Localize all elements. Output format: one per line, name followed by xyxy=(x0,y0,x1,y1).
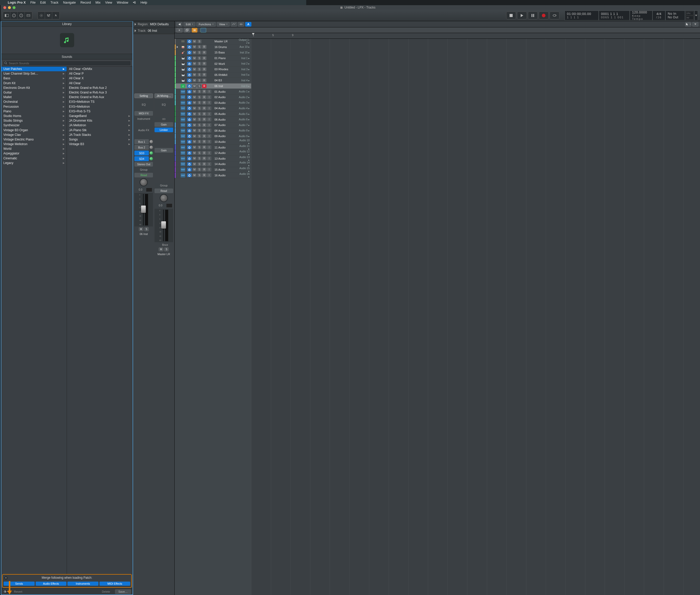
mute-button[interactable]: M xyxy=(192,51,197,55)
library-category[interactable]: Piano▶ xyxy=(1,109,67,114)
mute-button[interactable]: M xyxy=(192,106,197,110)
library-item[interactable]: JA Track Stacks▶ xyxy=(67,133,132,137)
power-button[interactable] xyxy=(187,95,192,99)
mute-button[interactable]: M xyxy=(192,134,197,138)
pan-value[interactable]: 0.0 xyxy=(156,203,166,208)
library-category[interactable]: Drum Kit▶ xyxy=(1,81,67,85)
output-slot[interactable]: Stereo Out xyxy=(134,162,153,167)
record-enable-button[interactable]: R xyxy=(202,62,207,65)
input-monitor-button[interactable]: I xyxy=(207,101,211,105)
record-enable-button[interactable]: R xyxy=(202,134,207,138)
library-category[interactable]: Cinematic▶ xyxy=(1,156,67,161)
track-header[interactable]: MSRI14 AudioAudio 14 ▸ xyxy=(175,162,251,167)
library-category[interactable]: Orchestral▶ xyxy=(1,100,67,104)
solo-button[interactable]: S xyxy=(197,162,201,166)
track-header[interactable]: MSRI07 AudioAudio 7 ▸ xyxy=(175,122,251,128)
record-enable-button[interactable]: R xyxy=(202,95,207,99)
catch-playhead-button[interactable] xyxy=(245,22,251,27)
input-monitor-button[interactable]: I xyxy=(207,106,211,110)
input-monitor-button[interactable]: I xyxy=(207,95,211,99)
input-monitor-button[interactable]: I xyxy=(207,134,211,138)
library-item[interactable]: Electric Grand w Rvb Aux 2 xyxy=(67,85,132,90)
power-button[interactable] xyxy=(187,151,192,155)
mute-button[interactable]: M xyxy=(192,101,197,105)
track-header[interactable]: 🎹MSR03 RhodesInst 3 ▸ xyxy=(175,67,251,72)
record-enable-button[interactable]: R xyxy=(202,168,207,171)
power-button[interactable] xyxy=(187,84,192,88)
input-monitor-button[interactable]: I xyxy=(207,112,211,116)
solo-button[interactable]: S xyxy=(197,90,201,93)
library-category[interactable]: Mallet▶ xyxy=(1,95,67,100)
menu-track[interactable]: Track xyxy=(50,1,58,4)
track-header[interactable]: MSRI02 AudioAudio 2 ▸ xyxy=(175,94,251,100)
send-bus2[interactable]: Bus 2 xyxy=(134,145,153,150)
record-enable-button[interactable]: R xyxy=(202,157,207,160)
track-header[interactable]: MSRI09 AudioAudio 9 ▸ xyxy=(175,134,251,139)
editors-button[interactable] xyxy=(52,12,59,19)
menu-window[interactable]: Window xyxy=(117,1,128,4)
track-header[interactable]: MSRI15 AudioAudio 15 ▸ xyxy=(175,167,251,173)
library-item[interactable]: JA Piano Stk▶ xyxy=(67,128,132,132)
pan-knob[interactable] xyxy=(139,178,148,187)
library-category[interactable]: Vintage Electric Piano▶ xyxy=(1,137,67,142)
power-button[interactable] xyxy=(187,67,192,71)
solo-button[interactable]: S xyxy=(197,157,201,160)
solo-button[interactable]: S xyxy=(164,247,169,251)
menu-dot6[interactable]: •6 xyxy=(133,1,136,4)
track-header[interactable]: Track:06 Inst xyxy=(133,28,174,34)
library-toggle-button[interactable] xyxy=(3,12,10,19)
library-category[interactable]: Vintage Mellotron▶ xyxy=(1,142,67,146)
record-enable-button[interactable]: R xyxy=(202,73,207,77)
power-button[interactable] xyxy=(187,39,192,44)
power-button[interactable] xyxy=(187,162,192,166)
menu-help[interactable]: Help xyxy=(140,1,147,4)
flex-button[interactable] xyxy=(238,22,244,27)
smart-controls-button[interactable] xyxy=(38,12,45,19)
arrange-grid[interactable] xyxy=(251,39,306,260)
mute-button[interactable]: M xyxy=(192,145,197,149)
bounce-button[interactable]: Bnce xyxy=(157,243,173,247)
mute-button[interactable]: M xyxy=(192,162,197,166)
strip-name[interactable]: Master LR xyxy=(158,252,170,256)
solo-button[interactable]: S xyxy=(197,173,201,177)
library-category[interactable]: Studio Horns▶ xyxy=(1,114,67,118)
track-header[interactable]: MSRI10 AudioAudio 10 ▸ xyxy=(175,139,251,145)
record-enable-button[interactable]: R xyxy=(202,162,207,166)
mute-button[interactable]: M xyxy=(192,112,197,116)
power-button[interactable] xyxy=(187,168,192,171)
library-category[interactable]: Electronic Drum Kit▶ xyxy=(1,85,67,90)
library-category[interactable]: Guitar▶ xyxy=(1,90,67,95)
power-button[interactable] xyxy=(187,56,192,60)
mixer-button[interactable] xyxy=(45,12,52,19)
solo-button[interactable]: S xyxy=(197,134,201,138)
midifx-slot[interactable]: MIDI FX xyxy=(134,111,153,116)
region-header[interactable]: Region:MIDI Defaults xyxy=(133,21,174,28)
mute-button[interactable]: M xyxy=(192,123,197,127)
input-monitor-button[interactable]: I xyxy=(207,117,211,121)
pan-value[interactable]: 0.0 xyxy=(135,187,145,192)
library-category[interactable]: Vintage Clav▶ xyxy=(1,133,67,137)
library-item[interactable]: Electric Grand w Rvb Aux 3 xyxy=(67,90,132,95)
input-monitor-button[interactable]: I xyxy=(207,173,211,177)
instrument-slot[interactable] xyxy=(155,117,173,121)
mute-button[interactable]: M xyxy=(192,173,197,177)
automation-button[interactable] xyxy=(231,22,237,27)
power-button[interactable] xyxy=(187,129,192,133)
mute-button[interactable]: M xyxy=(192,117,197,121)
track-header[interactable]: MSRI01 AudioAudio 1 ▸ xyxy=(175,89,251,94)
input-monitor-button[interactable]: I xyxy=(207,151,211,155)
solo-button[interactable]: S xyxy=(197,45,201,49)
app-name[interactable]: Logic Pro X xyxy=(8,1,26,4)
track-header[interactable]: MSRI06 AudioAudio 6 ▸ xyxy=(175,117,251,122)
limiter-slot[interactable]: Limiter xyxy=(155,128,173,132)
track-header[interactable]: 🎸MSR15 BassInst 15 ▸ xyxy=(175,50,251,56)
power-button[interactable] xyxy=(187,140,192,144)
library-item[interactable]: All Clear P xyxy=(67,71,132,76)
track-header[interactable]: MSRI03 AudioAudio 3 ▸ xyxy=(175,100,251,106)
automation-mode[interactable]: Read xyxy=(134,173,153,177)
search-input[interactable] xyxy=(3,61,131,66)
input-monitor-button[interactable]: I xyxy=(207,123,211,127)
solo-button[interactable]: S xyxy=(197,67,201,71)
tracks-functions-menu[interactable]: Functions▾ xyxy=(196,22,216,27)
record-enable-button[interactable]: R xyxy=(202,67,207,71)
